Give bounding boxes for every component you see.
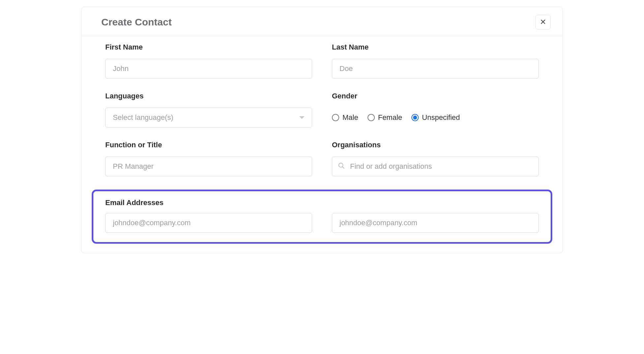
radio-icon — [332, 114, 339, 121]
create-contact-modal: Create Contact First Name Last Name — [81, 7, 563, 253]
row-function-org: Function or Title Organisations — [93, 141, 551, 190]
languages-select[interactable]: Select language(s) — [105, 108, 312, 127]
field-last-name: Last Name — [332, 43, 539, 79]
first-name-label: First Name — [105, 43, 312, 52]
chevron-down-icon — [299, 116, 305, 119]
field-gender: Gender Male Female Unspecified — [332, 92, 539, 127]
field-function: Function or Title — [105, 141, 312, 176]
email-input-2[interactable] — [332, 213, 539, 233]
first-name-input[interactable] — [105, 59, 312, 79]
row-name: First Name Last Name — [93, 43, 551, 92]
gender-radio-group: Male Female Unspecified — [332, 108, 539, 127]
gender-unspecified-label: Unspecified — [422, 113, 460, 122]
email-row — [105, 213, 539, 233]
last-name-label: Last Name — [332, 43, 539, 52]
gender-radio-unspecified[interactable]: Unspecified — [411, 113, 460, 122]
organisations-label: Organisations — [332, 141, 539, 149]
radio-icon — [368, 114, 375, 121]
field-languages: Languages Select language(s) — [105, 92, 312, 127]
organisations-input[interactable] — [332, 157, 539, 176]
last-name-input[interactable] — [332, 59, 539, 79]
field-organisations: Organisations — [332, 141, 539, 176]
email-section-highlight: Email Addresses — [92, 190, 552, 244]
modal-body: First Name Last Name Languages Select la… — [81, 36, 563, 253]
languages-label: Languages — [105, 92, 312, 100]
function-input[interactable] — [105, 157, 312, 176]
emails-label: Email Addresses — [105, 198, 539, 207]
gender-radio-female[interactable]: Female — [368, 113, 402, 122]
gender-male-label: Male — [342, 113, 358, 122]
email-input-1[interactable] — [105, 213, 312, 233]
gender-radio-male[interactable]: Male — [332, 113, 358, 122]
close-icon — [540, 18, 546, 26]
gender-female-label: Female — [378, 113, 402, 122]
close-button[interactable] — [535, 15, 551, 29]
languages-placeholder: Select language(s) — [113, 113, 173, 122]
radio-dot-icon — [413, 116, 417, 120]
modal-title: Create Contact — [101, 17, 172, 28]
field-first-name: First Name — [105, 43, 312, 79]
function-label: Function or Title — [105, 141, 312, 149]
modal-header: Create Contact — [81, 7, 563, 36]
gender-label: Gender — [332, 92, 539, 100]
row-lang-gender: Languages Select language(s) Gender Male… — [93, 92, 551, 141]
radio-icon-selected — [411, 114, 419, 121]
